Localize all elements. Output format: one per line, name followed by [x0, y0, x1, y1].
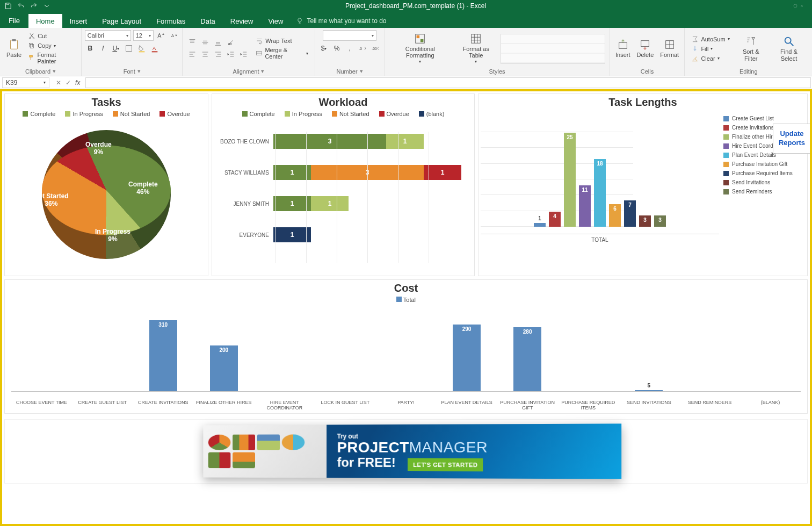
chart-tasks[interactable]: Tasks CompleteIn ProgressNot StartedOver… — [4, 93, 208, 276]
chart-title: Workload — [212, 94, 474, 109]
svg-rect-3 — [12, 39, 16, 41]
svg-rect-21 — [472, 34, 481, 44]
svg-rect-7 — [31, 45, 34, 48]
tab-data[interactable]: Data — [193, 14, 222, 28]
tab-view[interactable]: View — [260, 14, 291, 28]
number-format-select[interactable]: ▾ — [323, 30, 376, 41]
tab-review[interactable]: Review — [223, 14, 261, 28]
banner-thumbnail — [203, 425, 327, 478]
decrease-decimal[interactable]: .00 — [370, 43, 381, 54]
accounting-format[interactable]: $▾ — [318, 43, 329, 54]
align-right[interactable] — [213, 49, 223, 60]
chart-title: Cost — [5, 282, 807, 294]
tab-formulas[interactable]: Formulas — [149, 14, 193, 28]
merge-center-button[interactable]: Merge & Center▾ — [253, 46, 310, 60]
align-left[interactable] — [187, 49, 198, 60]
paste-button[interactable]: Paste — [4, 38, 24, 59]
chart-task-lengths[interactable]: Task Lengths 142511186733 TOTAL Create G… — [478, 93, 808, 276]
fx-button[interactable]: fx — [75, 79, 80, 87]
font-color-button[interactable]: A — [149, 43, 160, 54]
group-number: ▾ $▾ % , .0 .00 Number▾ — [315, 28, 385, 76]
tab-insert[interactable]: Insert — [62, 14, 95, 28]
fill-color-button[interactable] — [136, 43, 147, 54]
orientation[interactable]: ab — [226, 37, 236, 48]
cut-button[interactable]: Cut — [26, 32, 77, 40]
autosum-button[interactable]: AutoSum▾ — [689, 35, 731, 44]
align-center[interactable] — [200, 49, 211, 60]
align-middle[interactable] — [200, 37, 211, 48]
font-face-select[interactable]: Calibri▾ — [85, 30, 131, 41]
formula-input[interactable] — [85, 77, 811, 88]
name-box[interactable]: K39▾ — [2, 77, 49, 88]
promo-banner[interactable]: Try out PROJECTMANAGER for FREE! LET'S G… — [4, 419, 808, 484]
svg-text:.0: .0 — [359, 47, 362, 51]
svg-point-5 — [33, 38, 34, 39]
ribbon: Paste Cut Copy ▾ Format Painter Clipboar… — [0, 28, 812, 76]
cancel-icon[interactable]: ✕ — [56, 79, 61, 87]
italic-button[interactable]: I — [98, 43, 108, 54]
svg-point-4 — [29, 38, 30, 39]
undo-button[interactable] — [16, 1, 26, 11]
group-cells: Insert Delete Format Cells — [610, 28, 685, 76]
grow-font[interactable]: A — [156, 30, 166, 41]
tab-home[interactable]: Home — [28, 14, 62, 28]
format-painter-button[interactable]: Format Painter — [26, 51, 77, 65]
font-size-select[interactable]: 12▾ — [133, 30, 154, 41]
svg-rect-11 — [139, 51, 144, 52]
clear-button[interactable]: Clear▾ — [689, 54, 731, 63]
align-bottom[interactable] — [213, 37, 223, 48]
chart-legend: Total — [5, 294, 807, 305]
tab-file[interactable]: File — [0, 13, 28, 28]
decrease-indent[interactable] — [226, 49, 236, 60]
save-button[interactable] — [3, 1, 13, 11]
fill-button[interactable]: Fill▾ — [689, 45, 731, 53]
bold-button[interactable]: B — [85, 43, 96, 54]
enter-icon[interactable]: ✓ — [66, 79, 71, 87]
tab-page-layout[interactable]: Page Layout — [95, 14, 149, 28]
svg-point-1 — [794, 4, 797, 8]
paste-label: Paste — [6, 52, 21, 58]
svg-rect-10 — [126, 46, 132, 52]
group-styles: Conditional Formatting▾ Format as Table▾… — [385, 28, 610, 76]
delete-cells-button[interactable]: Delete — [634, 38, 656, 59]
increase-indent[interactable] — [238, 49, 249, 60]
update-reports-button[interactable]: UpdateReports — [773, 124, 811, 154]
svg-text:A: A — [171, 33, 174, 38]
borders-button[interactable] — [124, 43, 134, 54]
svg-text:ab: ab — [228, 42, 233, 46]
group-font: Calibri▾ 12▾ A A B I U▾ A Font▾ — [82, 28, 183, 76]
chart-legend: CompleteIn ProgressNot StartedOverdue — [5, 109, 208, 120]
format-as-table-button[interactable]: Format as Table▾ — [453, 32, 498, 66]
ribbon-tabs: File Home Insert Page Layout Formulas Da… — [0, 12, 812, 28]
insert-cells-button[interactable]: Insert — [613, 38, 633, 59]
format-cells-button[interactable]: Format — [658, 38, 681, 59]
tell-me[interactable]: Tell me what you want to do — [291, 14, 392, 28]
cell-styles-gallery[interactable] — [501, 34, 605, 64]
qat-customize[interactable] — [42, 1, 52, 11]
comma-format[interactable]: , — [344, 43, 355, 54]
shrink-font[interactable]: A — [169, 30, 179, 41]
align-top[interactable] — [187, 37, 198, 48]
svg-rect-13 — [151, 51, 157, 52]
chart-title: Tasks — [5, 94, 208, 109]
quick-access-toolbar — [0, 1, 52, 11]
find-select-button[interactable]: Find & Select — [770, 34, 808, 62]
window-title: Project_dashboard_PM.com_template (1) - … — [52, 2, 780, 10]
percent-format[interactable]: % — [331, 43, 342, 54]
svg-text:.00: .00 — [372, 47, 377, 51]
chart-cost[interactable]: Cost Total 3102002902805 CHOOSE EVENT TI… — [4, 279, 808, 414]
banner-text: Try out PROJECTMANAGER for FREE! LET'S G… — [327, 433, 488, 471]
redo-button[interactable] — [29, 1, 39, 11]
sort-filter-button[interactable]: Sort & Filter — [734, 34, 768, 62]
copy-button[interactable]: Copy ▾ — [26, 41, 77, 50]
increase-decimal[interactable]: .0 — [357, 43, 368, 54]
svg-text:A: A — [157, 32, 162, 39]
window-controls — [780, 2, 812, 10]
wrap-text-button[interactable]: Wrap Text — [253, 37, 310, 45]
conditional-formatting-button[interactable]: Conditional Formatting▾ — [389, 32, 451, 66]
banner-cta-button[interactable]: LET'S GET STARTED — [408, 458, 483, 471]
chart-workload[interactable]: Workload CompleteIn ProgressNot StartedO… — [212, 93, 475, 276]
chart-xlabel: TOTAL — [481, 237, 719, 243]
svg-point-25 — [785, 38, 791, 44]
underline-button[interactable]: U▾ — [111, 43, 121, 54]
